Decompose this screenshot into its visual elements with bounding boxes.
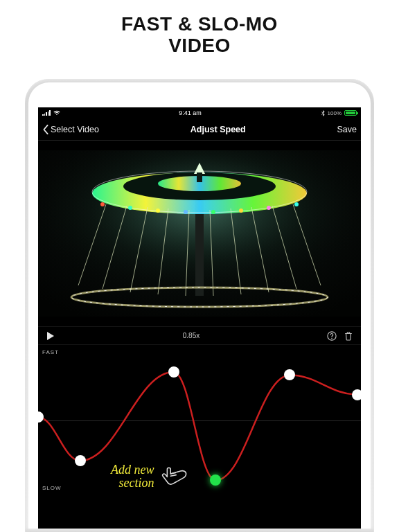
- video-preview-wrap: [38, 141, 361, 326]
- hero-line1: FAST & SLO-MO: [0, 14, 399, 35]
- help-button[interactable]: [326, 330, 337, 342]
- curve-handle[interactable]: [75, 455, 86, 466]
- annotation-line2: section: [111, 477, 154, 490]
- curve-handle[interactable]: [168, 366, 179, 378]
- chevron-left-icon: [42, 125, 49, 134]
- svg-point-24: [211, 210, 215, 214]
- status-bar: 9:41 am 100%: [38, 107, 361, 118]
- speed-curve: [38, 345, 361, 495]
- svg-point-20: [100, 202, 105, 206]
- status-left: [42, 110, 60, 116]
- battery-percent: 100%: [328, 110, 342, 116]
- svg-point-29: [331, 337, 332, 339]
- wifi-icon: [53, 110, 60, 116]
- trash-icon: [344, 331, 353, 341]
- speed-curve-editor[interactable]: FAST SLOW Add new section: [38, 344, 361, 495]
- cellular-signal-icon: [42, 110, 51, 116]
- hero-line2: VIDEO: [0, 35, 399, 57]
- device-bezel: 9:41 am 100% Select Video Adjust: [28, 82, 371, 529]
- device-frame: 9:41 am 100% Select Video Adjust: [25, 79, 374, 532]
- help-circle-icon: [327, 331, 337, 341]
- save-button[interactable]: Save: [337, 125, 357, 134]
- svg-rect-7: [197, 172, 202, 182]
- battery-icon: [344, 110, 357, 116]
- app-screen: 9:41 am 100% Select Video Adjust: [38, 107, 361, 529]
- back-label: Select Video: [51, 125, 99, 134]
- annotation-line1: Add new: [111, 463, 154, 477]
- hero-title: FAST & SLO-MO VIDEO: [0, 0, 399, 61]
- play-button[interactable]: [45, 330, 56, 342]
- back-button[interactable]: Select Video: [42, 125, 99, 134]
- curve-handle[interactable]: [284, 369, 295, 380]
- speed-readout: 0.85x: [62, 332, 321, 339]
- curve-handle-active[interactable]: [210, 475, 221, 486]
- annotation-add-section: Add new section: [111, 463, 188, 490]
- curve-handle[interactable]: [352, 389, 361, 400]
- screen-title: Adjust Speed: [190, 125, 246, 134]
- playback-controls: 0.85x: [38, 326, 361, 344]
- svg-point-27: [294, 202, 299, 206]
- svg-point-26: [267, 206, 271, 210]
- svg-point-23: [184, 210, 188, 214]
- svg-point-25: [239, 209, 243, 213]
- play-icon: [46, 331, 55, 341]
- delete-button[interactable]: [343, 330, 354, 342]
- status-right: 100%: [321, 110, 357, 116]
- nav-bar: Select Video Adjust Speed Save: [38, 118, 361, 141]
- bluetooth-icon: [321, 110, 325, 116]
- point-hand-icon: [160, 466, 188, 487]
- video-preview[interactable]: [38, 150, 361, 317]
- status-time: 9:41 am: [179, 109, 202, 116]
- svg-point-21: [128, 206, 132, 210]
- svg-point-22: [156, 209, 160, 213]
